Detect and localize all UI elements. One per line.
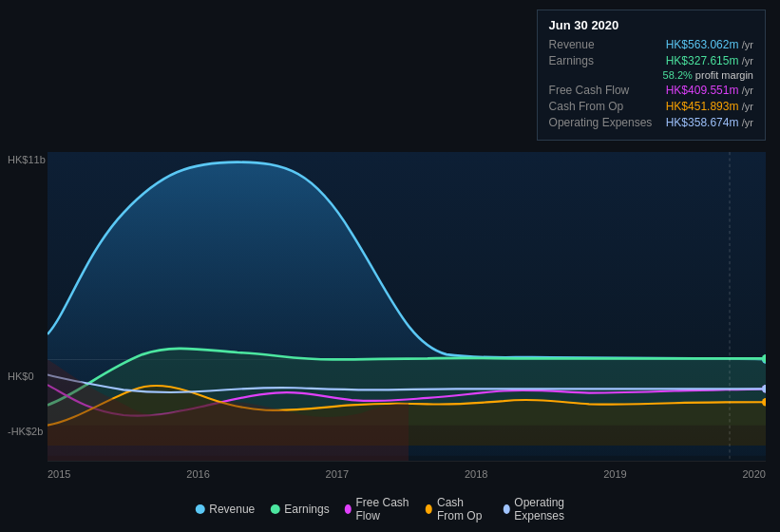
tooltip-cashfromop-value: HK$451.893m /yr bbox=[666, 100, 753, 113]
x-label-2017: 2017 bbox=[326, 468, 349, 480]
tooltip-cashfromop-row: Cash From Op HK$451.893m /yr bbox=[549, 100, 753, 113]
tooltip-earnings-value: HK$327.615m /yr bbox=[663, 54, 753, 67]
x-label-2016: 2016 bbox=[186, 468, 209, 480]
legend-earnings-dot bbox=[270, 504, 279, 514]
legend-opex: Operating Expenses bbox=[503, 496, 584, 522]
legend-fcf-dot bbox=[345, 504, 352, 514]
tooltip-fcf-value: HK$409.551m /yr bbox=[666, 84, 753, 97]
x-label-2019: 2019 bbox=[603, 468, 626, 480]
legend-revenue-dot bbox=[195, 504, 204, 514]
y-label-bot: -HK$2b bbox=[8, 426, 43, 437]
main-chart-svg bbox=[48, 152, 766, 461]
legend-revenue: Revenue bbox=[195, 503, 255, 516]
x-label-2015: 2015 bbox=[48, 468, 70, 480]
tooltip-fcf-label: Free Cash Flow bbox=[549, 84, 654, 97]
legend-revenue-label: Revenue bbox=[209, 503, 255, 516]
legend-earnings-label: Earnings bbox=[284, 503, 329, 516]
chart-container: Jun 30 2020 Revenue HK$563.062m /yr Earn… bbox=[0, 0, 780, 532]
y-label-mid: HK$0 bbox=[8, 370, 34, 382]
chart-legend: Revenue Earnings Free Cash Flow Cash Fro… bbox=[195, 496, 585, 522]
legend-earnings: Earnings bbox=[270, 503, 329, 516]
tooltip-cashfromop-label: Cash From Op bbox=[549, 100, 654, 113]
tooltip-opex-label: Operating Expenses bbox=[549, 116, 654, 129]
legend-opex-dot bbox=[503, 504, 509, 514]
x-label-2018: 2018 bbox=[465, 468, 487, 480]
tooltip-revenue-row: Revenue HK$563.062m /yr bbox=[549, 38, 753, 51]
y-label-top: HK$11b bbox=[8, 154, 46, 165]
legend-opex-label: Operating Expenses bbox=[514, 496, 584, 522]
tooltip-title: Jun 30 2020 bbox=[549, 18, 753, 32]
tooltip-opex-value: HK$358.674m /yr bbox=[666, 116, 753, 129]
x-axis-labels: 2015 2016 2017 2018 2019 2020 bbox=[48, 468, 766, 480]
legend-cashfromop-label: Cash From Op bbox=[437, 496, 488, 522]
legend-cashfromop-dot bbox=[426, 504, 432, 514]
legend-fcf-label: Free Cash Flow bbox=[355, 496, 410, 522]
tooltip-fcf-row: Free Cash Flow HK$409.551m /yr bbox=[549, 84, 753, 97]
legend-cashfromop: Cash From Op bbox=[426, 496, 487, 522]
tooltip-opex-row: Operating Expenses HK$358.674m /yr bbox=[549, 116, 753, 129]
tooltip-revenue-label: Revenue bbox=[549, 38, 654, 51]
tooltip-earnings-row: Earnings HK$327.615m /yr 58.2% profit ma… bbox=[549, 54, 753, 81]
tooltip-earnings-label: Earnings bbox=[549, 54, 654, 67]
grid-line-bot bbox=[48, 461, 766, 462]
tooltip-profit-margin: 58.2% profit margin bbox=[663, 69, 753, 81]
tooltip-box: Jun 30 2020 Revenue HK$563.062m /yr Earn… bbox=[537, 10, 766, 141]
x-label-2020: 2020 bbox=[742, 468, 765, 480]
tooltip-revenue-value: HK$563.062m /yr bbox=[666, 38, 753, 51]
legend-fcf: Free Cash Flow bbox=[345, 496, 411, 522]
